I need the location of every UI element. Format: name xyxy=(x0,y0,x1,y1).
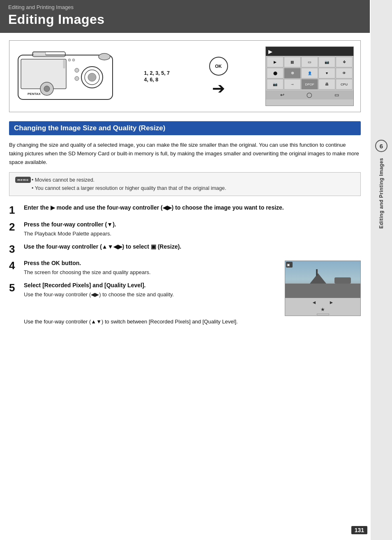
memo-box: memo • Movies cannot be resized. • You c… xyxy=(9,172,361,196)
menu-icon-14: CPU xyxy=(336,79,353,90)
menu-icon-6: ☸ xyxy=(284,68,301,78)
bottom-blank-icon: ▭ xyxy=(334,92,339,98)
menu-icon-1: ▦ xyxy=(284,57,301,67)
resize-screen-controls: ◄ ► ★ xyxy=(285,298,360,316)
right-arrow-icon: ➔ xyxy=(212,81,225,96)
main-content: PENTAX 1, 2, 3, 5, 7 4, 6, 8 OK ➔ ▶ xyxy=(0,33,370,335)
bottom-back-icon: ↩ xyxy=(280,92,284,98)
chapter-number-circle: 6 xyxy=(375,140,387,152)
step-2-title: Press the four-way controller (▼). xyxy=(24,220,361,229)
svg-point-6 xyxy=(99,53,110,60)
resize-screen-image: ▣ ◄ ► ★ xyxy=(285,261,361,316)
label-line2: 4, 6, 8 xyxy=(144,77,158,83)
menu-icon-2: ▭ xyxy=(301,57,318,67)
page-number: 131 xyxy=(351,526,367,534)
menu-icon-12: DPOF xyxy=(301,79,318,90)
resize-screen-photo: ▣ xyxy=(285,261,360,298)
chapter-number: 6 xyxy=(380,143,383,150)
step-3-title: Use the four-way controller (▲▼◀▶) to se… xyxy=(24,242,361,251)
svg-rect-20 xyxy=(334,277,351,284)
step-3-number: 3 xyxy=(9,243,24,255)
label-line1: 1, 2, 3, 5, 7 xyxy=(144,70,170,76)
menu-icon-8: ♥ xyxy=(318,68,335,78)
svg-point-11 xyxy=(75,76,79,81)
resize-lr-arrows: ◄ ► xyxy=(312,300,334,305)
menu-icon-4: ❖ xyxy=(336,57,353,67)
section-heading: Changing the Image Size and Quality (Res… xyxy=(9,121,361,135)
svg-rect-19 xyxy=(316,269,318,276)
menu-icon-7: 👤 xyxy=(301,68,318,78)
resize-screen: ▣ ◄ ► ★ xyxy=(285,261,361,316)
svg-point-9 xyxy=(44,86,50,92)
camera-diagram-box: PENTAX 1, 2, 3, 5, 7 4, 6, 8 OK ➔ ▶ xyxy=(9,40,361,112)
button-labels: 1, 2, 3, 5, 7 4, 6, 8 xyxy=(144,70,170,83)
memo-bullet-1: • Movies cannot be resized. xyxy=(32,176,226,184)
step-2-desc: The Playback Mode Palette appears. xyxy=(24,230,361,238)
steps-4-5-text: 4 Press the OK button. The screen for ch… xyxy=(9,259,279,303)
svg-point-10 xyxy=(75,68,79,72)
ok-label: OK xyxy=(215,64,222,69)
step-5-number: 5 xyxy=(9,282,24,294)
menu-icon-9: 👁 xyxy=(336,68,353,78)
memo-text: • Movies cannot be resized. • You cannot… xyxy=(32,176,226,192)
step-2-content: Press the four-way controller (▼). The P… xyxy=(24,220,361,238)
resize-confirm-button xyxy=(317,314,329,315)
bottom-ok-icon: ◯ xyxy=(307,92,312,98)
left-arrow-icon: ◄ xyxy=(312,300,317,305)
step-4-content: Press the OK button. The screen for choo… xyxy=(24,259,279,277)
step-5-title: Select [Recorded Pixels] and [Quality Le… xyxy=(24,281,279,290)
svg-point-14 xyxy=(68,59,71,61)
camera-sketch: PENTAX xyxy=(16,48,123,105)
menu-icon-5: ⬤ xyxy=(267,68,284,78)
menu-icon-3: 📷 xyxy=(318,57,335,67)
step-5-desc-1: Use the four-way controller (◀▶) to choo… xyxy=(24,291,279,299)
step-5: 5 Select [Recorded Pixels] and [Quality … xyxy=(9,281,279,299)
step-4: 4 Press the OK button. The screen for ch… xyxy=(9,259,279,277)
step-1-title: Enter the ▶ mode and use the four-way co… xyxy=(24,203,361,212)
step-5-content: Select [Recorded Pixels] and [Quality Le… xyxy=(24,281,279,299)
play-icon: ▶ xyxy=(268,48,272,55)
chapter-label: Editing and Printing Images xyxy=(378,158,384,228)
header-subtitle: Editing and Printing Images xyxy=(8,4,362,10)
menu-icon-13: 🖶 xyxy=(318,79,335,90)
step-4-title: Press the OK button. xyxy=(24,259,279,268)
right-sidebar: 6 Editing and Printing Images xyxy=(371,0,392,540)
step-1-content: Enter the ▶ mode and use the four-way co… xyxy=(24,203,361,213)
steps-4-5-container: 4 Press the OK button. The screen for ch… xyxy=(9,259,361,316)
memo-icon: memo xyxy=(14,176,32,192)
step-1-number: 1 xyxy=(9,204,24,216)
menu-icon-11: ⇾ xyxy=(284,79,301,90)
menu-icon-play: ▶ xyxy=(267,57,284,67)
camera-menu-screen: ▶ ▶ ▦ ▭ 📷 ❖ ⬤ ☸ 👤 ♥ 👁 📷 ⇾ DPOF 🖶 CPU xyxy=(265,46,354,106)
step-5-desc-2: Use the four-way controller (▲▼) to swit… xyxy=(24,318,361,326)
header-section: Editing and Printing Images Editing Imag… xyxy=(0,0,370,33)
step-4-number: 4 xyxy=(9,260,24,272)
memo-bullet-2: • You cannot select a larger resolution … xyxy=(32,184,226,192)
right-arrow-icon: ► xyxy=(329,300,334,305)
header-title: Editing Images xyxy=(8,12,362,27)
step-2-number: 2 xyxy=(9,221,24,233)
svg-rect-17 xyxy=(285,284,361,298)
svg-text:PENTAX: PENTAX xyxy=(28,92,41,96)
svg-text:▣: ▣ xyxy=(287,263,290,267)
arrow-section: OK ➔ xyxy=(209,57,228,96)
step-1: 1 Enter the ▶ mode and use the four-way … xyxy=(9,203,361,216)
step-3: 3 Use the four-way controller (▲▼◀▶) to … xyxy=(9,242,361,255)
svg-rect-13 xyxy=(63,60,65,68)
step-3-content: Use the four-way controller (▲▼◀▶) to se… xyxy=(24,242,361,252)
step-2: 2 Press the four-way controller (▼). The… xyxy=(9,220,361,238)
svg-point-15 xyxy=(72,59,75,61)
menu-icon-10: 📷 xyxy=(267,79,284,90)
svg-rect-7 xyxy=(33,52,46,55)
ok-button-circle: OK xyxy=(209,57,228,76)
memo-label: memo xyxy=(15,177,31,183)
description-text: By changing the size and quality of a se… xyxy=(9,141,361,166)
svg-point-5 xyxy=(88,73,96,81)
step-4-desc: The screen for choosing the size and qua… xyxy=(24,268,279,277)
resize-star: ★ xyxy=(321,307,325,312)
